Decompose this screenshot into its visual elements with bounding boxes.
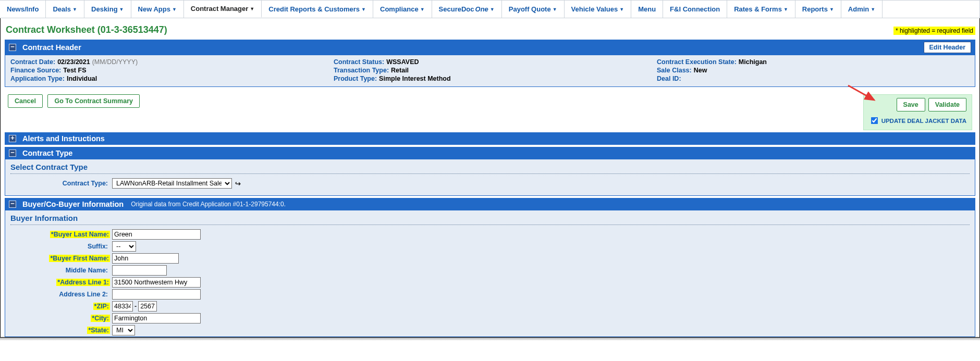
- chevron-down-icon: ▼: [871, 7, 875, 12]
- contract-date-hint: (MM/DD/YYYY): [92, 58, 138, 66]
- buyer-state-label: *State:: [87, 327, 110, 334]
- contract-date-label: Contract Date:: [10, 58, 55, 66]
- transaction-type-value: Retail: [391, 67, 409, 74]
- chevron-down-icon: ▼: [553, 7, 557, 12]
- product-type-value: Simple Interest Method: [379, 75, 451, 82]
- contract-type-select[interactable]: LAWNonARB-Retail Installment Sale Contra…: [112, 178, 232, 189]
- buyer-addr2-label: Address Line 2:: [59, 291, 110, 298]
- contract-type-label: Contract Type:: [63, 180, 110, 187]
- buyer-suffix-select[interactable]: --: [112, 241, 136, 252]
- buyer-first-name-input[interactable]: [112, 253, 179, 264]
- finance-source-label: Finance Source:: [10, 67, 61, 74]
- buyer-addr2-input[interactable]: [112, 289, 201, 300]
- collapse-icon[interactable]: −: [9, 150, 16, 157]
- collapse-icon[interactable]: −: [9, 44, 16, 51]
- save-button[interactable]: Save: [897, 98, 925, 111]
- chevron-down-icon: ▼: [72, 7, 77, 12]
- buyer-information-heading: Buyer Information: [10, 214, 970, 222]
- finance-source-value: Test FS: [63, 67, 86, 74]
- edit-header-button[interactable]: Edit Header: [924, 42, 971, 53]
- application-type-label: Application Type:: [10, 75, 65, 82]
- chevron-down-icon: ▼: [250, 6, 254, 11]
- deal-id-label: Deal ID:: [657, 75, 681, 82]
- section-title: Contract Header: [22, 43, 81, 52]
- buyer-suffix-label: Suffix:: [88, 243, 110, 250]
- chevron-down-icon: ▼: [619, 7, 624, 12]
- chevron-down-icon: ▼: [829, 7, 834, 12]
- buyer-middle-name-label: Middle Name:: [66, 267, 110, 274]
- buyer-zip4-input[interactable]: [138, 301, 157, 312]
- nav-tab-menu[interactable]: Menu: [631, 1, 663, 18]
- contract-date-value: 02/23/2021: [57, 58, 90, 66]
- nav-tab-credit-reports-customers[interactable]: Credit Reports & Customers▼: [262, 1, 373, 18]
- transaction-type-label: Transaction Type:: [334, 67, 389, 74]
- buyer-addr1-input[interactable]: [112, 277, 201, 288]
- collapse-icon[interactable]: −: [9, 201, 16, 208]
- buyer-addr1-label: *Address Line 1:: [56, 279, 110, 286]
- nav-tab-admin[interactable]: Admin▼: [841, 1, 883, 18]
- page-title: Contract Worksheet (01-3-36513447): [5, 21, 167, 40]
- goto-summary-button[interactable]: Go To Contract Summary: [47, 94, 139, 108]
- sale-class-value: New: [694, 67, 707, 74]
- nav-tab-securedocone[interactable]: SecureDocOne▼: [432, 1, 502, 18]
- expand-icon[interactable]: +: [9, 135, 16, 142]
- nav-tab-deals[interactable]: Deals▼: [46, 1, 84, 18]
- exec-state-label: Contract Execution State:: [657, 58, 737, 66]
- buyer-last-name-input[interactable]: [112, 229, 201, 240]
- validate-button[interactable]: Validate: [928, 98, 966, 111]
- action-row: Cancel Go To Contract Summary Save Valid…: [5, 89, 975, 132]
- sale-class-label: Sale Class:: [657, 67, 692, 74]
- cancel-button[interactable]: Cancel: [8, 94, 43, 108]
- divider: [10, 173, 970, 174]
- zip-dash: -: [133, 303, 138, 310]
- section-alerts: + Alerts and Instructions: [5, 132, 975, 145]
- top-nav: News/InfoDeals▼Desking▼New Apps▼Contract…: [0, 0, 980, 18]
- buyer-city-label: *City:: [91, 315, 110, 322]
- nav-tab-rates-forms[interactable]: Rates & Forms▼: [727, 1, 795, 18]
- update-jacket-option[interactable]: UPDATE DEAL JACKET DATA: [869, 118, 966, 124]
- buyer-first-name-label: *Buyer First Name:: [49, 255, 110, 262]
- update-jacket-label: UPDATE DEAL JACKET DATA: [881, 118, 966, 124]
- buyer-state-select[interactable]: MI: [112, 325, 135, 335]
- section-title: Buyer/Co-Buyer Information: [22, 200, 124, 208]
- application-type-value: Individual: [67, 75, 97, 82]
- required-field-note: * highlighted = required field: [893, 27, 975, 35]
- section-contract-header: − Contract Header Edit Header Contract D…: [5, 40, 975, 87]
- buyer-zip-input[interactable]: [112, 301, 133, 312]
- nav-tab-desking[interactable]: Desking▼: [84, 1, 131, 18]
- nav-tab-reports[interactable]: Reports▼: [795, 1, 841, 18]
- nav-tab-contract-manager[interactable]: Contract Manager▼: [184, 1, 262, 18]
- buyer-last-name-label: *Buyer Last Name:: [50, 231, 110, 238]
- contract-status-label: Contract Status:: [334, 58, 384, 66]
- nav-tab-news-info[interactable]: News/Info: [0, 1, 46, 18]
- chevron-down-icon: ▼: [361, 7, 366, 12]
- section-title: Alerts and Instructions: [22, 134, 105, 143]
- page-body: Contract Worksheet (01-3-36513447) * hig…: [0, 18, 980, 338]
- section-title: Contract Type: [22, 149, 72, 157]
- save-validate-box: Save Validate UPDATE DEAL JACKET DATA: [863, 94, 972, 130]
- nav-tab-vehicle-values[interactable]: Vehicle Values▼: [565, 1, 632, 18]
- product-type-label: Product Type:: [334, 75, 377, 82]
- contract-type-action-icon[interactable]: ↪: [235, 180, 241, 188]
- divider: [10, 225, 970, 225]
- nav-tab-compliance[interactable]: Compliance▼: [373, 1, 432, 18]
- section-contract-type: − Contract Type Select Contract Type Con…: [5, 147, 975, 196]
- nav-tab-payoff-quote[interactable]: Payoff Quote▼: [502, 1, 565, 18]
- nav-tab-new-apps[interactable]: New Apps▼: [131, 1, 184, 18]
- select-contract-type-heading: Select Contract Type: [10, 163, 970, 171]
- nav-tab-f-i-connection[interactable]: F&I Connection: [663, 1, 727, 18]
- buyer-city-input[interactable]: [112, 313, 201, 323]
- buyer-origin-note: Original data from Credit Application #0…: [131, 201, 286, 208]
- chevron-down-icon: ▼: [172, 7, 177, 12]
- chevron-down-icon: ▼: [420, 7, 425, 12]
- exec-state-value: Michigan: [739, 58, 767, 66]
- chevron-down-icon: ▼: [783, 7, 788, 12]
- buyer-zip-label: *ZIP:: [93, 303, 110, 310]
- update-jacket-checkbox[interactable]: [871, 117, 878, 125]
- contract-status-value: WSSAVED: [386, 58, 419, 66]
- chevron-down-icon: ▼: [119, 7, 124, 12]
- section-buyer-info: − Buyer/Co-Buyer Information Original da…: [5, 198, 975, 337]
- chevron-down-icon: ▼: [490, 7, 495, 12]
- buyer-middle-name-input[interactable]: [112, 265, 167, 276]
